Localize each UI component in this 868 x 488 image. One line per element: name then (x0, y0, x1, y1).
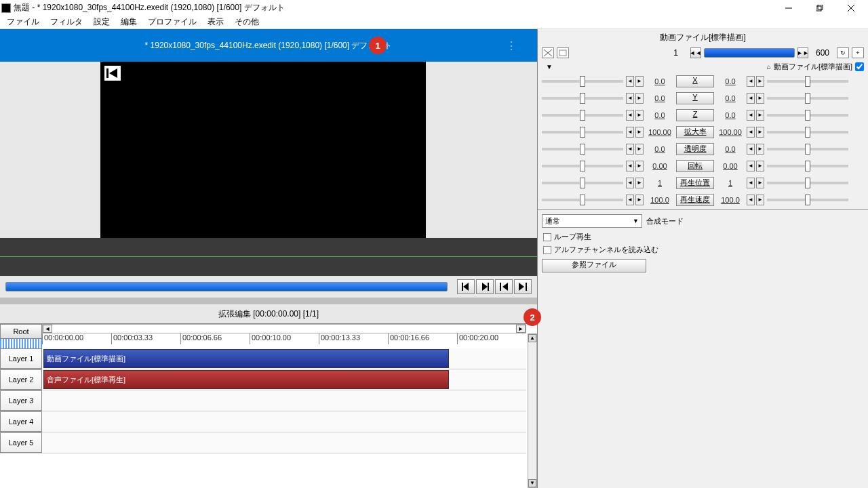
blend-mode-select[interactable]: 通常 ▼ (542, 214, 642, 228)
frame-first-button[interactable]: ◄◄ (690, 47, 701, 58)
param-name-button[interactable]: 透明度 (676, 143, 714, 155)
param-value-left[interactable]: 0.0 (645, 94, 675, 102)
inc-button[interactable]: ► (756, 161, 764, 171)
loop-icon[interactable]: ↻ (837, 47, 849, 58)
param-slider-right[interactable] (767, 80, 848, 83)
layer-track[interactable] (42, 411, 526, 432)
param-value-left[interactable]: 0.0 (645, 145, 675, 153)
param-value-left[interactable]: 0.0 (645, 77, 675, 85)
dec-button[interactable]: ◄ (626, 161, 634, 171)
kebab-icon[interactable]: ⋮ (506, 39, 517, 52)
param-value-right[interactable]: 0.0 (715, 111, 745, 119)
frame-slider[interactable] (704, 48, 795, 58)
dec-button[interactable]: ◄ (626, 127, 634, 138)
scroll-right-icon[interactable]: ► (516, 325, 526, 333)
timeline-vscroll[interactable]: ▲ ▼ (528, 333, 537, 488)
inc-button[interactable]: ► (756, 195, 764, 205)
param-name-button[interactable]: 再生速度 (676, 194, 714, 206)
inc-button[interactable]: ► (756, 93, 764, 104)
menu-edit[interactable]: 編集 (115, 15, 142, 29)
dec-button[interactable]: ◄ (747, 178, 755, 188)
param-value-right[interactable]: 0.0 (715, 94, 745, 102)
menu-profile[interactable]: プロファイル (142, 15, 202, 29)
goto-end-button[interactable] (514, 279, 532, 294)
menu-settings[interactable]: 設定 (88, 15, 115, 29)
layer-track[interactable]: 音声ファイル[標準再生] (42, 369, 526, 390)
param-value-right[interactable]: 100.0 (715, 196, 745, 204)
param-name-button[interactable]: Y (676, 92, 714, 104)
param-slider-right[interactable] (767, 97, 848, 100)
seek-slider[interactable] (5, 282, 448, 291)
scroll-left-icon[interactable]: ◄ (43, 325, 52, 333)
video-clip[interactable]: 動画ファイル[標準描画] (43, 349, 449, 368)
param-name-button[interactable]: 拡大率 (676, 126, 714, 138)
param-slider-right[interactable] (767, 199, 848, 201)
layer-track[interactable] (42, 432, 526, 453)
param-slider-left[interactable] (542, 199, 623, 201)
param-value-right[interactable]: 0.0 (715, 145, 745, 153)
prev-frame-button[interactable] (457, 279, 475, 294)
inc-button[interactable]: ► (635, 195, 644, 205)
time-ruler[interactable]: 00:00:00.00 00:00:03.33 00:00:06.66 00:0… (42, 333, 526, 344)
param-name-button[interactable]: 再生位置 (676, 177, 714, 189)
layer-label[interactable]: Layer 5 (0, 432, 42, 453)
loop-playback-check[interactable]: ループ再生 (538, 230, 868, 243)
frame-last-button[interactable]: ►► (797, 47, 808, 58)
goto-start-button[interactable] (495, 279, 513, 294)
inc-button[interactable]: ► (756, 178, 764, 188)
inc-button[interactable]: ► (756, 127, 764, 138)
param-slider-left[interactable] (542, 114, 623, 117)
layer-track[interactable]: 動画ファイル[標準描画] (42, 348, 526, 369)
cut-start-icon[interactable] (542, 47, 554, 58)
dec-button[interactable]: ◄ (747, 76, 755, 87)
audio-clip[interactable]: 音声ファイル[標準再生] (43, 370, 449, 389)
menu-file[interactable]: ファイル (1, 15, 45, 29)
param-value-left[interactable]: 1 (645, 179, 675, 187)
next-frame-button[interactable] (476, 279, 494, 294)
param-name-button[interactable]: 回転 (676, 160, 714, 172)
enable-checkbox[interactable] (855, 62, 864, 71)
inc-button[interactable]: ► (756, 76, 764, 87)
timeline-hscroll[interactable]: ◄ ► (42, 324, 526, 333)
param-value-right[interactable]: 1 (715, 179, 745, 187)
param-value-left[interactable]: 0.0 (645, 111, 675, 119)
inc-button[interactable]: ► (756, 144, 764, 155)
scroll-down-icon[interactable]: ▼ (528, 479, 536, 487)
param-slider-right[interactable] (767, 165, 848, 167)
collapse-icon[interactable]: ▼ (546, 63, 553, 70)
dec-button[interactable]: ◄ (626, 76, 634, 87)
param-value-right[interactable]: 0.00 (715, 162, 745, 170)
rewind-icon[interactable] (104, 66, 121, 81)
param-slider-right[interactable] (767, 114, 848, 117)
param-slider-right[interactable] (767, 148, 848, 150)
dec-button[interactable]: ◄ (626, 93, 634, 104)
root-button[interactable]: Root (0, 324, 42, 339)
dec-button[interactable]: ◄ (747, 93, 755, 104)
inc-button[interactable]: ► (635, 127, 644, 138)
maximize-button[interactable] (804, 0, 835, 16)
dec-button[interactable]: ◄ (747, 144, 755, 155)
alpha-channel-check[interactable]: アルファチャンネルを読み込む (538, 243, 868, 256)
cut-end-icon[interactable] (557, 47, 569, 58)
inc-button[interactable]: ► (635, 93, 644, 104)
param-slider-left[interactable] (542, 165, 623, 167)
layer-label[interactable]: Layer 4 (0, 411, 42, 432)
inc-button[interactable]: ► (635, 76, 644, 87)
minimize-button[interactable] (773, 0, 804, 16)
inc-button[interactable]: ► (635, 110, 644, 121)
param-slider-left[interactable] (542, 182, 623, 184)
inc-button[interactable]: ► (635, 161, 644, 171)
param-slider-right[interactable] (767, 131, 848, 134)
param-value-left[interactable]: 0.00 (645, 162, 675, 170)
dec-button[interactable]: ◄ (626, 195, 634, 205)
lock-icon[interactable]: ⌂ (767, 63, 771, 70)
inc-button[interactable]: ► (635, 144, 644, 155)
layer-label[interactable]: Layer 1 (0, 348, 42, 369)
dec-button[interactable]: ◄ (747, 127, 755, 138)
add-icon[interactable]: + (852, 47, 864, 58)
dec-button[interactable]: ◄ (747, 110, 755, 121)
layer-label[interactable]: Layer 2 (0, 369, 42, 390)
menu-filter[interactable]: フィルタ (45, 15, 88, 29)
param-slider-left[interactable] (542, 131, 623, 134)
menu-other[interactable]: その他 (229, 15, 264, 29)
